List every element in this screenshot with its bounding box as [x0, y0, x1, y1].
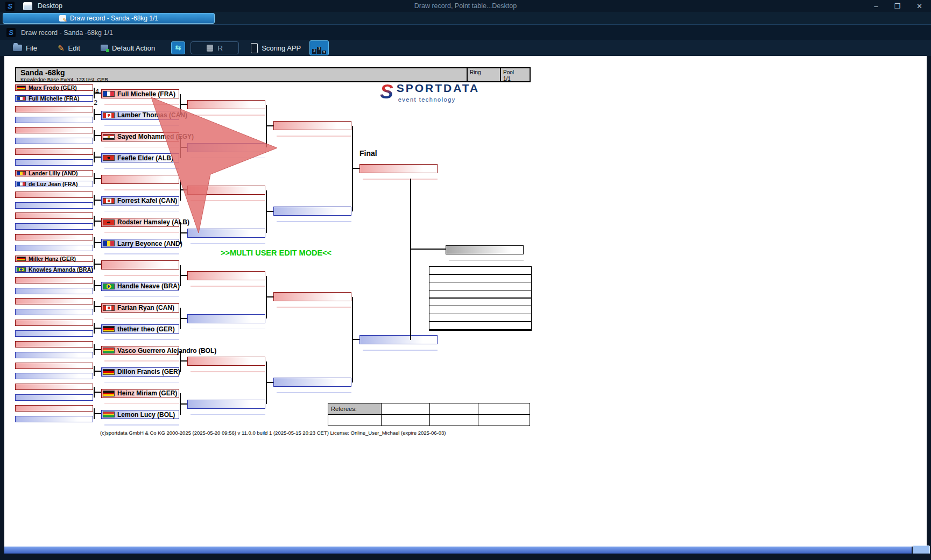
- bracket-slot-r1-12[interactable]: [15, 202, 93, 209]
- menu-default-action[interactable]: Default Action: [101, 44, 155, 52]
- bracket-slot-r4-2[interactable]: [273, 207, 351, 216]
- bracket-slot-r2-2[interactable]: Lamber Thomas (CAN): [101, 111, 179, 120]
- taskbar-tab-draw-record[interactable]: Draw record - Sanda -68kg 1/1: [3, 13, 215, 24]
- podium-button[interactable]: 2 1 3: [309, 40, 329, 55]
- bracket-slot-r1-19[interactable]: [15, 277, 93, 283]
- bracket-slot-r3-4[interactable]: [187, 229, 265, 238]
- bracket-slot-r2-9[interactable]: [101, 260, 179, 270]
- bracket-slot-r2-12[interactable]: thether theo (GER): [101, 324, 179, 334]
- referee-cell[interactable]: [382, 415, 430, 426]
- bracket-slot-r3-5[interactable]: [187, 271, 265, 280]
- bracket-slot-r2-7[interactable]: Rodster Hamsley (ALB): [101, 218, 179, 227]
- referee-cell[interactable]: [382, 403, 430, 415]
- bracket-slot-r1-29[interactable]: [15, 384, 93, 390]
- bracket-slot-r1-24[interactable]: [15, 330, 93, 337]
- bracket-slot-winner[interactable]: [446, 245, 524, 254]
- bracket-slot-r4-1[interactable]: [273, 121, 351, 130]
- bracket-slot-r2-3[interactable]: Sayed Mohammed (EGY): [101, 132, 179, 141]
- bracket-slot-r3-6[interactable]: [187, 314, 265, 323]
- flag-bol-icon: [103, 348, 115, 353]
- bracket-slot-r2-5[interactable]: [101, 175, 179, 184]
- menu-edit-label: Edit: [68, 44, 80, 52]
- bracket-slot-r1-22[interactable]: [15, 309, 93, 315]
- athlete-name: Farian Ryan (CAN): [117, 304, 174, 311]
- bracket-slot-r3-7[interactable]: [187, 357, 265, 366]
- bracket-slot-r1-4[interactable]: [15, 117, 93, 123]
- athlete-name: Marx Frodo (GER): [29, 84, 77, 91]
- athlete-name: de Luz Jean (FRA): [29, 181, 78, 187]
- menu-scoring-app[interactable]: Scoring APP: [251, 43, 301, 53]
- score-line: [191, 371, 265, 372]
- bracket-slot-r1-23[interactable]: [15, 320, 93, 326]
- referee-cell[interactable]: [478, 403, 530, 415]
- referee-cell[interactable]: [430, 403, 478, 415]
- header-divider: [467, 68, 468, 81]
- bracket-slot-r2-4[interactable]: Feefle Elder (ALB): [101, 153, 179, 162]
- bracket-slot-r1-27[interactable]: [15, 363, 93, 369]
- bracket-slot-r1-6[interactable]: [15, 138, 93, 144]
- bracket-slot-r2-14[interactable]: Dillon Francis (GER): [101, 367, 179, 377]
- bracket-slot-r1-14[interactable]: [15, 223, 93, 230]
- menu-file[interactable]: File: [13, 44, 37, 52]
- bracket-slot-r1-20[interactable]: [15, 288, 93, 294]
- bracket-slot-r5-1[interactable]: [359, 164, 438, 173]
- bracket-slot-r2-10[interactable]: Handle Neave (BRA): [101, 282, 179, 291]
- sync-toggle-button[interactable]: ⇆: [171, 41, 185, 54]
- bracket-slot-r3-3[interactable]: [187, 186, 265, 195]
- bracket-slot-r2-16[interactable]: Lemon Lucy (BOL): [101, 410, 179, 419]
- bracket-slot-r1-21[interactable]: [15, 298, 93, 304]
- bracket-slot-r2-13[interactable]: Vasco Guerrero Alejandro (BOL): [101, 346, 179, 355]
- bracket-slot-r3-2[interactable]: [187, 143, 265, 152]
- bracket-slot-r1-28[interactable]: [15, 373, 93, 379]
- bracket-slot-r1-9[interactable]: Lander Lilly (AND): [15, 170, 93, 176]
- bracket-slot-r1-5[interactable]: [15, 127, 93, 133]
- bracket-slot-r1-32[interactable]: [15, 416, 93, 422]
- logo-tagline: event technology: [398, 96, 456, 103]
- bracket-slot-r1-8[interactable]: [15, 159, 93, 166]
- referee-cell[interactable]: [328, 415, 382, 426]
- referee-cell[interactable]: [430, 415, 478, 426]
- score-line: [277, 136, 351, 137]
- athlete-name: Full Michelle (FRA): [117, 90, 175, 98]
- bracket-slot-r1-16[interactable]: [15, 245, 93, 251]
- bracket-slot-r4-3[interactable]: [273, 292, 351, 301]
- bracket-slot-r1-25[interactable]: [15, 341, 93, 348]
- minimize-button[interactable]: –: [874, 2, 878, 10]
- bracket-slot-r3-1[interactable]: [187, 100, 265, 109]
- horizontal-scrollbar[interactable]: [4, 547, 912, 554]
- bracket-slot-r2-11[interactable]: Farian Ryan (CAN): [101, 303, 179, 313]
- referee-mode-button[interactable]: R: [191, 41, 239, 54]
- results-table: [429, 266, 532, 331]
- flag-ger-icon: [103, 391, 115, 396]
- bracket-slot-r1-13[interactable]: [15, 212, 93, 219]
- bracket-slot-r1-7[interactable]: [15, 148, 93, 155]
- bracket-slot-r1-2[interactable]: Full Michelle (FRA): [15, 95, 93, 102]
- bracket-slot-r1-3[interactable]: [15, 106, 93, 112]
- referee-cell[interactable]: [478, 415, 530, 426]
- bracket-slot-r1-31[interactable]: [15, 405, 93, 412]
- sportdata-logo-icon[interactable]: S: [5, 2, 15, 11]
- score-line: [104, 147, 179, 148]
- bracket-slot-r1-11[interactable]: [15, 192, 93, 198]
- referees-table: Referees:: [328, 403, 530, 426]
- bracket-slot-r2-8[interactable]: Larry Beyonce (AND): [101, 239, 179, 248]
- bracket-slot-r1-26[interactable]: [15, 352, 93, 358]
- bracket-slot-r5-2[interactable]: [359, 335, 438, 344]
- bracket-connector: [94, 200, 101, 201]
- restore-button[interactable]: ❐: [894, 2, 900, 10]
- bracket-slot-r2-15[interactable]: Heinz Miriam (GER): [101, 389, 179, 398]
- bracket-slot-r2-1[interactable]: Full Michelle (FRA): [101, 89, 179, 98]
- bracket-slot-r1-10[interactable]: de Luz Jean (FRA): [15, 181, 93, 187]
- bracket-slot-r1-18[interactable]: Knowles Amanda (BRA): [15, 266, 93, 273]
- close-button[interactable]: ✕: [916, 2, 922, 10]
- bracket-slot-r1-17[interactable]: Miller Hanz (GER): [15, 256, 93, 262]
- bracket-slot-r2-6[interactable]: Forrest Kafel (CAN): [101, 196, 179, 205]
- score-line: [277, 307, 351, 308]
- bracket-slot-r1-30[interactable]: [15, 394, 93, 401]
- bracket-slot-r1-1[interactable]: Marx Frodo (GER): [15, 84, 93, 91]
- window-icon[interactable]: [23, 2, 32, 10]
- menu-edit[interactable]: ✎ Edit: [58, 44, 80, 52]
- bracket-slot-r4-4[interactable]: [273, 378, 351, 387]
- bracket-slot-r1-15[interactable]: [15, 234, 93, 240]
- bracket-slot-r3-8[interactable]: [187, 400, 265, 409]
